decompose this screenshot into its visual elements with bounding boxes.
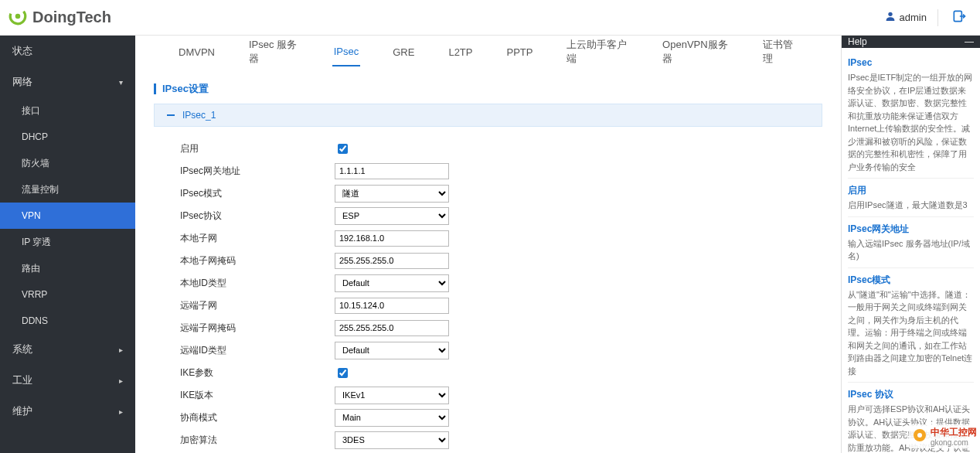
chevron-down-icon: ▾ [119,78,123,87]
divider [937,9,938,26]
section-title: IPsec设置 [154,82,822,96]
chevron-right-icon: ▸ [119,376,123,385]
tab-bar: DMVPN IPsec 服务器 IPsec GRE L2TP PPTP 上云助手… [154,36,822,68]
label-remote-mask: 远端子网掩码 [180,322,335,335]
sidebar: 状态 网络 ▾ 接口 DHCP 防火墙 流量控制 VPN IP 穿透 路由 VR… [0,36,135,453]
input-local-subnet[interactable] [335,230,449,247]
ipsec-form: 启用 IPsec网关地址 IPsec模式 隧道 IPsec协议 ESP 本地子网… [154,127,822,451]
sidebar-item-dhcp[interactable]: DHCP [0,124,135,150]
sidebar-item-label: DDNS [22,315,48,326]
sidebar-item-traffic[interactable]: 流量控制 [0,176,135,203]
sidebar-item-label: 路由 [22,262,40,275]
help-section: IPsec网关地址输入远端IPsec 服务器地址(IP/域名) [848,216,974,267]
user-area[interactable]: admin [884,10,927,25]
input-remote-mask[interactable] [335,320,449,336]
svg-point-1 [15,14,21,19]
sidebar-item-industry[interactable]: 工业 ▸ [0,365,135,396]
label-mode: IPsec模式 [180,187,335,200]
sidebar-item-label: 防火墙 [22,157,49,170]
sidebar-item-label: 接口 [22,104,40,118]
logout-button[interactable] [949,8,969,28]
tab-pptp[interactable]: PPTP [505,39,534,66]
collapse-icon [167,114,175,116]
tab-ipsec-server[interactable]: IPsec 服务器 [247,36,301,73]
watermark: 中华工控网 gkong.com [909,424,978,448]
sidebar-item-label: 状态 [12,44,32,58]
sidebar-item-system[interactable]: 系统 ▸ [0,334,135,365]
help-section: IPsecIPsec是IETF制定的一组开放的网络安全协议，在IP层通过数据来源… [848,51,974,178]
help-section: IPsec模式从"隧道"和"运输"中选择。隧道：一般用于网关之间或终端到网关之间… [848,267,974,383]
checkbox-ike-params[interactable] [338,368,348,378]
input-remote-subnet[interactable] [335,298,449,314]
select-proto[interactable]: ESP [335,207,449,225]
input-local-mask[interactable] [335,253,449,269]
label-ike-version: IKE版本 [180,389,335,402]
svg-point-5 [917,433,922,438]
label-enc-alg: 加密算法 [180,434,335,447]
select-ike-version[interactable]: IKEv1 [335,387,449,404]
tab-cert-mgmt[interactable]: 证书管理 [761,36,800,73]
help-header: Help — [842,36,980,48]
sidebar-item-ddns[interactable]: DDNS [0,308,135,334]
tab-gre[interactable]: GRE [391,39,416,66]
chevron-right-icon: ▸ [119,346,123,354]
help-title: Help [848,36,867,47]
brand-name: DoingTech [32,9,111,26]
svg-point-2 [888,12,892,16]
sidebar-item-maintain[interactable]: 维护 ▸ [0,396,135,427]
sidebar-item-status[interactable]: 状态 [0,36,135,66]
sidebar-item-firewall[interactable]: 防火墙 [0,150,135,176]
sidebar-item-interface[interactable]: 接口 [0,97,135,124]
sidebar-item-label: IP 穿透 [22,236,51,249]
label-local-mask: 本地子网掩码 [180,254,335,267]
select-enc-alg[interactable]: 3DES [335,431,449,449]
brand-logo: DoingTech [8,6,111,29]
sidebar-item-label: VRRP [22,289,47,300]
minimize-icon[interactable]: — [965,36,974,47]
sidebar-item-label: 流量控制 [22,183,59,196]
label-ike-params: IKE参数 [180,366,335,380]
sidebar-item-route[interactable]: 路由 [0,255,135,281]
logo-icon [8,6,28,29]
checkbox-enable[interactable] [338,144,348,154]
main-area: DMVPN IPsec 服务器 IPsec GRE L2TP PPTP 上云助手… [135,36,841,453]
tab-dmvpn[interactable]: DMVPN [177,39,216,66]
select-remote-id-type[interactable]: Default [335,342,449,359]
user-icon [884,10,897,25]
chevron-right-icon: ▸ [119,407,123,416]
label-neg-mode: 协商模式 [180,411,335,424]
help-panel: Help — IPsecIPsec是IETF制定的一组开放的网络安全协议，在IP… [841,36,980,453]
sidebar-item-label: VPN [22,210,41,221]
tab-ipsec[interactable]: IPsec [332,38,361,66]
help-section: 启用启用IPsec隧道，最大隧道数是3 [848,178,974,216]
sidebar-item-vpn[interactable]: VPN [0,203,135,229]
label-gateway: IPsec网关地址 [180,165,335,178]
sidebar-item-label: DHCP [22,131,48,142]
sidebar-item-label: 维护 [12,404,32,418]
label-enable: 启用 [180,142,335,155]
accordion-title: IPsec_1 [182,110,216,121]
tab-l2tp[interactable]: L2TP [447,39,474,66]
sidebar-item-label: 网络 [12,75,32,89]
tab-openvpn-server[interactable]: OpenVPN服务器 [661,36,730,73]
input-gateway[interactable] [335,163,449,179]
accordion-header-ipsec1[interactable]: IPsec_1 [154,104,822,127]
label-remote-subnet: 远端子网 [180,299,335,312]
label-local-id-type: 本地ID类型 [180,277,335,290]
sidebar-item-label: 工业 [12,373,32,387]
label-remote-id-type: 远端ID类型 [180,344,335,357]
sidebar-item-label: 系统 [12,342,32,356]
user-name: admin [900,12,927,23]
select-mode[interactable]: 隧道 [335,185,449,203]
tab-cloud-client[interactable]: 上云助手客户端 [565,36,630,73]
sidebar-item-vrrp[interactable]: VRRP [0,281,135,308]
sidebar-item-ip-passthrough[interactable]: IP 穿透 [0,229,135,255]
help-body: IPsecIPsec是IETF制定的一组开放的网络安全协议，在IP层通过数据来源… [842,48,980,453]
label-proto: IPsec协议 [180,209,335,223]
select-neg-mode[interactable]: Main [335,409,449,427]
sidebar-item-network[interactable]: 网络 ▾ [0,66,135,97]
gear-icon [910,426,929,447]
logout-icon [951,9,967,26]
top-bar: DoingTech admin [0,0,980,36]
select-local-id-type[interactable]: Default [335,274,449,292]
